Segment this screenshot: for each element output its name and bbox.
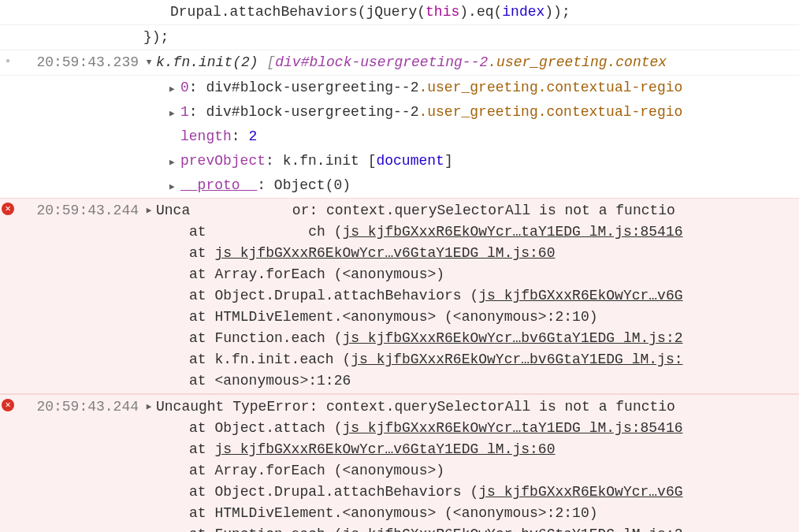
log-prop[interactable]: ▶0: div#block-usergreeting--2.user_greet… — [0, 76, 799, 100]
error-icon: ✕ — [2, 203, 14, 215]
stack-frame[interactable]: at js_kjfbGXxxR6EkOwYcr…v6GtaY1EDG_lM.js… — [156, 439, 799, 460]
stack-frame[interactable]: at <anonymous>:1:26 — [156, 370, 799, 392]
expand-toggle-icon[interactable] — [142, 50, 156, 70]
stack-frame[interactable]: at Array.forEach (<anonymous>) — [156, 264, 799, 285]
source-link: js_kjfbGXxxR6EkOwYcr…v6G — [478, 484, 682, 500]
timestamp: 20:59:43.239 — [16, 50, 142, 75]
stack-frame[interactable]: at Object.attach (js_kjfbGXxxR6EkOwYcr…t… — [156, 418, 799, 439]
source-link: js_kjfbGXxxR6EkOwYcr…bv6GtaY1EDG_lM.js: — [351, 352, 682, 367]
error-message[interactable]: Uncaught TypeError: context.querySelecto… — [156, 200, 799, 221]
console-error-row: ✕ 20:59:43.244 Uncaught TypeError: conte… — [0, 394, 799, 532]
error-message[interactable]: Uncaught TypeError: context.querySelecto… — [156, 396, 799, 418]
source-link: js_kjfbGXxxR6EkOwYcr…v6GtaY1EDG_lM.js:60 — [214, 441, 555, 457]
source-link: js_kjfbGXxxR6EkOwYcr…v6G — [478, 288, 682, 303]
chevron-right-icon[interactable]: ▶ — [169, 83, 180, 96]
stack-frame[interactable]: at Object.Drupal.attachBehaviors (js_kjf… — [156, 482, 799, 503]
timestamp: 20:59:43.244 — [16, 199, 142, 223]
stack-frame[interactable]: at Array.forEach (<anonymous>) — [156, 460, 799, 482]
stack-frame[interactable]: at Object.Drupal.attachBehaviors (js_kjf… — [156, 285, 799, 307]
chevron-right-icon[interactable]: ▶ — [169, 180, 180, 194]
source-link: js_kjfbGXxxR6EkOwYcr…taY1EDG_lM.js:85416 — [342, 420, 682, 436]
source-link: js_kjfbGXxxR6EkOwYcr…bv6GtaY1EDG_lM.js:2 — [342, 330, 682, 346]
chevron-right-icon[interactable]: ▶ — [169, 107, 180, 121]
error-icon: ✕ — [2, 399, 14, 411]
expand-toggle-icon[interactable] — [142, 395, 156, 415]
error-content: Uncaught TypeError: context.querySelecto… — [156, 199, 799, 393]
log-bullet-icon: ● — [6, 58, 10, 65]
log-prop[interactable]: ▶1: div#block-usergreeting--2.user_greet… — [0, 100, 799, 125]
log-summary[interactable]: k.fn.init(2) [div#block-usergreeting--2.… — [156, 50, 799, 75]
code-line: Drupal.attachBehaviors(jQuery(this).eq(i… — [0, 0, 799, 24]
stack-frame[interactable]: at HTMLDivElement.<anonymous> (<anonymou… — [156, 503, 799, 524]
source-link: js_kjfbGXxxR6EkOwYcr…taY1EDG_lM.js:85416 — [342, 224, 682, 240]
stack-frame[interactable]: at Function.each (js_kjfbGXxxR6EkOwYcr…b… — [156, 328, 799, 349]
error-content: Uncaught TypeError: context.querySelecto… — [156, 395, 799, 532]
source-link: js_kjfbGXxxR6EkOwYcr…bv6GtaY1EDG_lM.js:2 — [342, 526, 682, 532]
source-link: js_kjfbGXxxR6EkOwYcr…v6GtaY1EDG_lM.js:60 — [214, 245, 555, 261]
console-log-row: ● 20:59:43.239 k.fn.init(2) [div#block-u… — [0, 50, 799, 76]
timestamp: 20:59:43.244 — [16, 395, 142, 419]
log-prop[interactable]: length: 2 — [0, 125, 799, 149]
code-line: }); — [143, 25, 799, 50]
stack-frame[interactable]: at Object.attach (js_kjfbGXxxR6EkOwYcr…t… — [156, 221, 799, 243]
stack-frame[interactable]: at Function.each (js_kjfbGXxxR6EkOwYcr…b… — [156, 524, 799, 532]
code-row-1: Drupal.attachBehaviors(jQuery(this).eq(i… — [0, 0, 799, 25]
code-row-2: }); — [0, 25, 799, 50]
chevron-right-icon[interactable]: ▶ — [169, 156, 180, 169]
stack-frame[interactable]: at k.fn.init.each (js_kjfbGXxxR6EkOwYcr…… — [156, 349, 799, 370]
log-expanded-props: ▶0: div#block-usergreeting--2.user_greet… — [0, 76, 799, 198]
log-prop-proto[interactable]: ▶__proto__: Object(0) — [0, 173, 799, 198]
stack-frame[interactable]: at js_kjfbGXxxR6EkOwYcr…v6GtaY1EDG_lM.js… — [156, 243, 799, 264]
log-prop[interactable]: ▶prevObject: k.fn.init [document] — [0, 149, 799, 173]
console-error-row: ✕ 20:59:43.244 Uncaught TypeError: conte… — [0, 198, 799, 394]
stack-frame[interactable]: at HTMLDivElement.<anonymous> (<anonymou… — [156, 307, 799, 328]
expand-toggle-icon[interactable] — [142, 199, 156, 218]
